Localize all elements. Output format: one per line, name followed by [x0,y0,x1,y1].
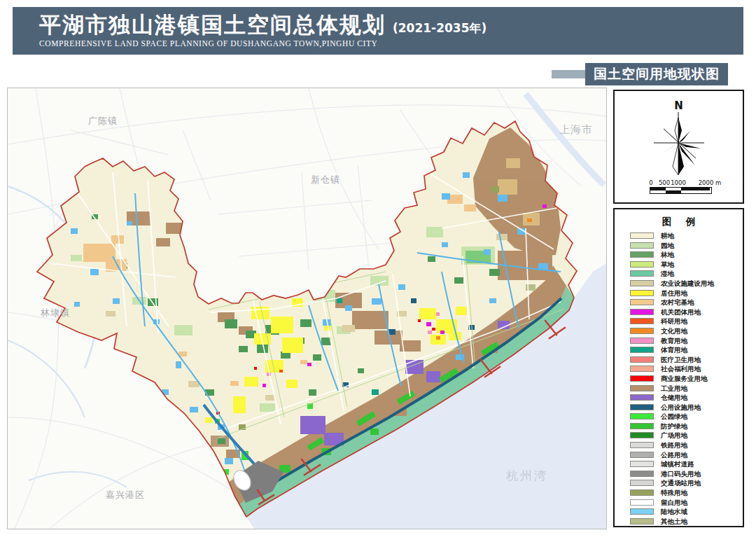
scale-tick-1000: 1000 [671,179,686,186]
legend-swatch [630,366,654,372]
legend-label: 林地 [661,251,674,260]
legend-panel: 图 例 耕地园地林地草地湿地农业设施建设用地居住用地农村宅基地机关团体用地科研用… [613,208,744,527]
legend-label: 文化用地 [661,327,687,336]
legend-item: 公园绿地 [615,412,743,422]
legend-item: 仓储用地 [615,393,743,403]
legend-label: 陆地水域 [661,508,687,517]
legend-label: 留白用地 [661,499,687,508]
legend-label: 其他土地 [661,517,687,527]
legend-label: 园地 [661,242,674,251]
legend-swatch [630,309,654,315]
scale-tick-2000: 2000 m [699,179,722,186]
legend-item: 防护绿地 [615,422,743,431]
legend-swatch [630,347,654,353]
legend-label: 工业用地 [661,384,687,394]
legend-swatch [630,290,654,296]
legend-label: 机关团体用地 [661,308,701,317]
legend-item: 城镇村道路 [615,459,743,469]
legend-item: 耕地 [615,231,743,241]
legend-swatch [630,251,654,258]
legend-item: 交通场站用地 [615,478,743,488]
landuse-map [8,88,606,529]
legend-label: 公用设施用地 [661,403,701,412]
legend-label: 居住用地 [661,289,687,298]
legend-swatch [630,404,654,410]
legend-item: 园地 [615,241,743,251]
north-scale-panel: N 0 500 1000 2000 m [613,90,744,204]
scale-bar [650,187,712,194]
legend-label: 耕地 [661,232,674,241]
legend-swatch [630,432,654,438]
map-frame: 广陈镇 新仓镇 上海市 林埭镇 嘉兴港区 杭州湾 [7,88,607,529]
legend-label: 特殊用地 [661,489,687,498]
legend-item: 教育用地 [615,336,743,346]
legend-swatch [630,261,654,268]
legend-swatch [630,385,654,391]
legend-item: 体育用地 [615,345,743,355]
map-label-hangzhouwan: 杭州湾 [506,468,548,484]
legend-label: 商业服务业用地 [661,375,708,384]
legend-label: 公园绿地 [661,412,687,422]
legend-swatch [630,471,654,477]
legend-swatch [630,232,654,239]
legend-item: 文化用地 [615,326,743,336]
page-subtitle: COMPREHENSIVE LAND SPACE PLANNING OF DUS… [39,39,743,48]
legend-swatch [630,461,654,467]
legend-label: 交通场站用地 [661,479,701,488]
map-label-guangchen: 广陈镇 [88,115,118,127]
legend-label: 医疗卫生用地 [661,356,701,365]
legend-item: 特殊用地 [615,488,743,498]
legend-item: 农村宅基地 [615,298,743,307]
legend-swatch [630,499,654,506]
legend-item: 其他土地 [615,517,743,527]
legend-item: 科研用地 [615,317,743,326]
legend-swatch [630,518,654,524]
legend-item: 陆地水域 [615,507,743,517]
legend-label: 草地 [661,260,674,270]
legend-swatch [630,338,654,344]
legend-item: 铁路用地 [615,440,743,450]
legend-label: 农业设施建设用地 [661,279,714,289]
legend-label: 仓储用地 [661,394,687,403]
legend-swatch [630,442,654,448]
legend-swatch [630,423,654,429]
legend-label: 公路用地 [661,451,687,460]
legend-item: 湿地 [615,269,743,279]
legend-swatch [630,480,654,486]
legend-swatch [630,394,654,401]
legend-swatch [630,299,654,305]
legend-swatch [630,318,654,324]
legend-item: 商业服务业用地 [615,374,743,384]
legend-item: 医疗卫生用地 [615,355,743,365]
plan-sheet: 平湖市独山港镇国土空间总体规划 (2021-2035年) COMPREHENSI… [0,0,756,535]
legend-swatch [630,452,654,458]
page-title-year: (2021-2035年) [393,20,486,36]
legend-label: 湿地 [661,270,674,279]
header-banner: 平湖市独山港镇国土空间总体规划 (2021-2035年) COMPREHENSI… [13,7,743,55]
map-label-shanghai: 上海市 [559,123,593,137]
legend-label: 城镇村道路 [661,460,694,469]
legend-swatch [630,270,654,277]
legend-swatch [630,375,654,382]
legend-item: 林地 [615,250,743,260]
legend-item: 农业设施建设用地 [615,279,743,289]
sheet-badge: 国土空间用地现状图 [585,63,728,85]
north-arrow [615,102,743,179]
legend-swatch [630,328,654,334]
legend-swatch [630,508,654,515]
legend-swatch [630,280,654,286]
legend-swatch [630,413,654,419]
legend-item: 草地 [615,260,743,270]
legend-item: 广场用地 [615,431,743,440]
legend-list: 耕地园地林地草地湿地农业设施建设用地居住用地农村宅基地机关团体用地科研用地文化用… [615,231,743,526]
legend-item: 工业用地 [615,384,743,394]
legend-item: 留白用地 [615,498,743,508]
legend-label: 港口码头用地 [661,470,701,479]
page-title: 平湖市独山港镇国土空间总体规划 [39,14,386,36]
title-row: 平湖市独山港镇国土空间总体规划 (2021-2035年) [39,14,743,36]
legend-label: 广场用地 [661,431,687,440]
legend-label: 体育用地 [661,346,687,355]
legend-label: 科研用地 [661,317,687,326]
map-label-lindai: 林埭镇 [41,307,70,319]
map-label-jiaxing: 嘉兴港区 [106,489,145,501]
